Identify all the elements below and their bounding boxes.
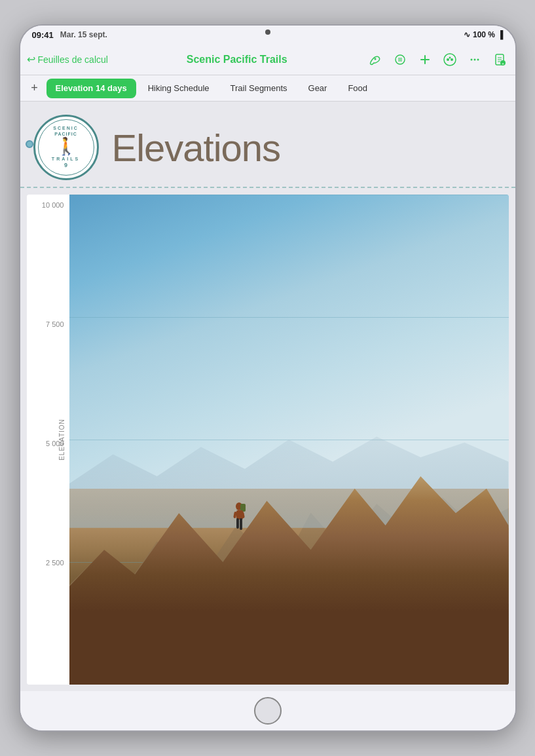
ipad-device: 09:41 Mar. 15 sept. ∿ 100 % ▐ ↩ Feuilles… bbox=[19, 24, 517, 732]
rocky-foreground bbox=[69, 538, 509, 685]
camera bbox=[265, 29, 270, 35]
back-arrow-icon: ↩ bbox=[27, 53, 35, 66]
tabs-bar: + Elevation 14 days Hiking Schedule Trai… bbox=[20, 75, 515, 102]
add-icon[interactable] bbox=[416, 50, 434, 69]
scenic-pacific-trails-logo: SCENIC PACIFIC 🚶 TRAILS 9 bbox=[33, 115, 99, 180]
status-right: ∿ 100 % ▐ bbox=[464, 30, 504, 39]
battery-icon: ▐ bbox=[498, 30, 504, 39]
add-tab-button[interactable]: + bbox=[26, 79, 44, 98]
toolbar: ↩ Feuilles de calcul Scenic Pacific Trai… bbox=[20, 44, 515, 75]
svg-point-11 bbox=[470, 58, 472, 60]
more-icon[interactable] bbox=[466, 50, 484, 69]
home-button-area bbox=[20, 691, 515, 730]
grid-line-7500 bbox=[69, 317, 509, 318]
elevation-chart-photo bbox=[69, 195, 509, 685]
share-icon[interactable] bbox=[441, 50, 459, 69]
hiker-logo-icon: 🚶 bbox=[56, 137, 77, 156]
tab-trail-segments[interactable]: Trail Segments bbox=[221, 79, 297, 98]
tab-gear[interactable]: Gear bbox=[299, 79, 337, 98]
tab-hiking-schedule[interactable]: Hiking Schedule bbox=[139, 79, 219, 98]
back-label: Feuilles de calcul bbox=[38, 54, 108, 65]
svg-point-8 bbox=[447, 58, 449, 61]
svg-point-13 bbox=[477, 58, 479, 60]
svg-point-12 bbox=[473, 58, 475, 60]
svg-point-7 bbox=[444, 54, 456, 66]
battery-level: 100 % bbox=[473, 30, 495, 39]
svg-rect-25 bbox=[233, 511, 237, 518]
y-label-2500: 2 500 bbox=[46, 559, 64, 567]
logo-number: 9 bbox=[64, 162, 67, 169]
sheet-header: SCENIC PACIFIC 🚶 TRAILS 9 Elevations bbox=[20, 102, 515, 188]
tab-elevation-14-days[interactable]: Elevation 14 days bbox=[46, 79, 136, 98]
document-title: Scenic Pacific Trails bbox=[112, 54, 362, 66]
format-list-icon[interactable] bbox=[391, 50, 409, 69]
home-button[interactable] bbox=[254, 697, 282, 725]
svg-text:+: + bbox=[502, 62, 504, 66]
tab-food[interactable]: Food bbox=[339, 79, 377, 98]
selection-handle[interactable] bbox=[26, 140, 33, 148]
svg-point-0 bbox=[374, 58, 376, 60]
status-bar: 09:41 Mar. 15 sept. ∿ 100 % ▐ bbox=[20, 26, 515, 44]
y-axis: 10 000 7 500 ELEVATION 5 000 2 500 bbox=[27, 195, 69, 685]
back-button[interactable]: ↩ Feuilles de calcul bbox=[27, 53, 108, 66]
svg-rect-23 bbox=[236, 518, 239, 529]
chart-inner bbox=[69, 195, 509, 685]
svg-point-10 bbox=[449, 56, 451, 58]
paint-brush-icon[interactable] bbox=[366, 50, 384, 69]
wifi-icon: ∿ bbox=[464, 30, 470, 39]
status-time: 09:41 bbox=[32, 30, 54, 40]
y-axis-title: ELEVATION bbox=[58, 419, 65, 461]
svg-rect-24 bbox=[240, 518, 242, 530]
mountain-background bbox=[69, 381, 509, 527]
toolbar-icons: + bbox=[366, 50, 509, 69]
doc-icon[interactable]: + bbox=[490, 50, 509, 69]
grid-line-top bbox=[69, 195, 509, 195]
logo-trails-text: TRAILS bbox=[52, 156, 80, 162]
svg-point-9 bbox=[451, 58, 453, 61]
y-label-10000: 10 000 bbox=[42, 201, 64, 209]
chart-area: 10 000 7 500 ELEVATION 5 000 2 500 bbox=[27, 195, 509, 685]
y-label-7500: 7 500 bbox=[46, 320, 64, 328]
grid-line-2500 bbox=[69, 562, 509, 563]
sheet-title: Elevations bbox=[112, 126, 281, 170]
status-date: Mar. 15 sept. bbox=[60, 30, 107, 39]
hiker-silhouette bbox=[227, 499, 251, 538]
main-content: SCENIC PACIFIC 🚶 TRAILS 9 Elevations 10 … bbox=[20, 102, 515, 691]
